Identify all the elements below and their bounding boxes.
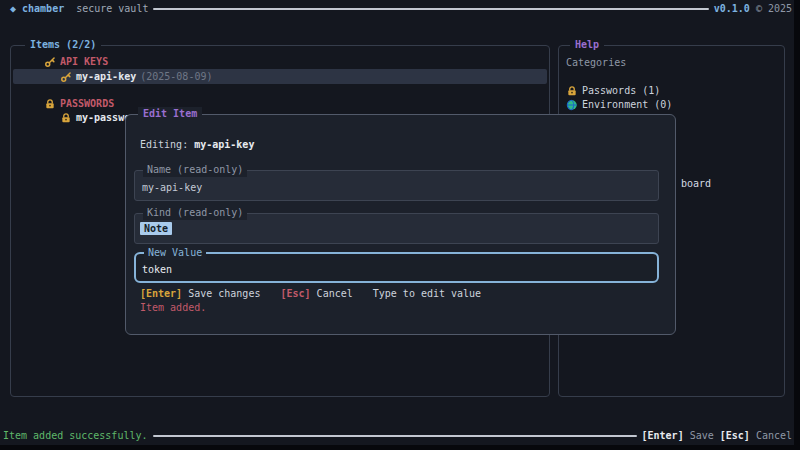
new-value-label: New Value [144, 246, 206, 260]
clipboard-hint-fragment: board [681, 177, 711, 191]
key-icon [44, 56, 56, 68]
app-name: chamber [22, 2, 64, 16]
modal-status-message: Item added. [140, 301, 206, 315]
window-bottom-edge [0, 445, 800, 450]
copyright-label: © 2025 [756, 2, 792, 16]
diamond-icon: ◆ [10, 2, 16, 16]
title-bar: ◆ chamber secure vault v0.1.0 © 2025 [10, 2, 792, 16]
kind-field: Kind (read-only) Note [134, 213, 659, 244]
items-panel-title: Items (2/2) [25, 38, 101, 52]
item-name: my-api-key [76, 70, 136, 84]
kind-note-badge: Note [140, 222, 172, 235]
window-right-edge [794, 0, 800, 450]
category-label: PASSWORDS [60, 97, 114, 111]
item-date: (2025-08-09) [140, 70, 212, 84]
editing-item-name: my-api-key [194, 139, 254, 150]
name-field-label: Name (read-only) [143, 163, 247, 177]
key-icon [60, 71, 72, 83]
new-value-input[interactable]: New Value token [134, 252, 659, 283]
new-value-text: token [142, 263, 172, 277]
type-hint: Type to edit value [373, 288, 481, 299]
status-bar-rule [153, 435, 637, 437]
lock-icon [44, 98, 56, 110]
editing-line: Editing: my-api-key [140, 138, 254, 152]
category-label: API KEYS [60, 55, 108, 69]
app-window: ◆ chamber secure vault v0.1.0 © 2025 Ite… [0, 0, 800, 450]
title-bar-rule [153, 8, 708, 10]
modal-hints: [Enter] Save changes [Esc] Cancel Type t… [140, 287, 481, 301]
esc-key-hint: [Esc] [280, 288, 310, 299]
status-bar: Item added successfully. [Enter] Save [E… [3, 429, 792, 443]
item-row-my-api-key[interactable]: my-api-key (2025-08-09) [60, 70, 212, 84]
globe-icon [566, 99, 578, 111]
edit-item-modal: Edit Item Editing: my-api-key Name (read… [125, 114, 676, 335]
cancel-hint-label: Cancel [756, 429, 792, 443]
version-label: v0.1.0 [714, 2, 750, 16]
item-row-my-password[interactable]: my-passwo [60, 111, 130, 125]
status-message: Item added successfully. [3, 429, 148, 443]
modal-title: Edit Item [138, 107, 202, 121]
lock-icon [566, 85, 578, 97]
help-panel-title: Help [570, 38, 604, 52]
lock-icon [60, 112, 72, 124]
help-entry-environment: Environment (0) [566, 98, 672, 112]
enter-key-hint: [Enter] [140, 288, 182, 299]
app-subtitle: secure vault [76, 2, 148, 16]
item-name: my-passwo [76, 111, 130, 125]
category-row-api-keys[interactable]: API KEYS [44, 55, 108, 69]
categories-heading: Categories [566, 56, 626, 70]
save-hint-label: Save [690, 429, 714, 443]
kind-field-label: Kind (read-only) [143, 206, 247, 220]
help-entry-label: Environment (0) [582, 98, 672, 112]
enter-key-hint: [Enter] [642, 429, 684, 443]
name-field-value: my-api-key [142, 181, 202, 195]
help-entry-label: Passwords (1) [582, 84, 660, 98]
category-row-passwords[interactable]: PASSWORDS [44, 97, 114, 111]
esc-key-hint: [Esc] [720, 429, 750, 443]
name-field: Name (read-only) my-api-key [134, 170, 659, 201]
help-entry-passwords: Passwords (1) [566, 84, 660, 98]
